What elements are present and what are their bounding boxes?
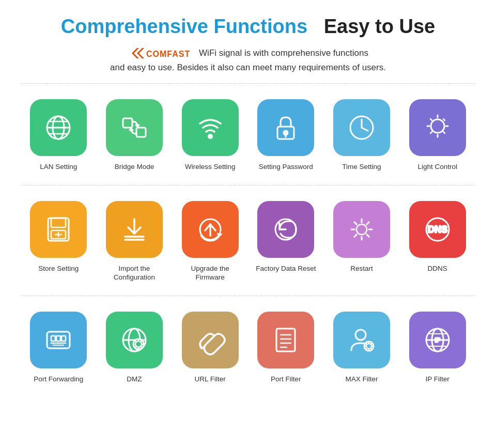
- factory-reset-label: Factory Data Reset: [256, 264, 316, 273]
- svg-marker-10: [136, 125, 139, 127]
- bridge-mode-icon-bg: [106, 99, 163, 156]
- svg-rect-8: [123, 118, 132, 128]
- svg-point-12: [208, 135, 212, 138]
- setting-password-label: Setting Password: [259, 162, 313, 172]
- svg-rect-70: [276, 329, 295, 351]
- divider-top: [21, 83, 475, 84]
- function-item-dmz: DMZ: [97, 302, 173, 391]
- svg-marker-11: [130, 129, 133, 130]
- function-item-port-filter: Port Filter: [248, 302, 324, 391]
- brand-line: COMFAST WiFi signal is with comprehensiv…: [21, 46, 475, 60]
- function-item-store-setting: Store Setting: [21, 192, 97, 289]
- function-item-wireless-setting: Wireless Setting: [172, 90, 248, 179]
- function-item-ip-filter: IP IP Filter: [399, 302, 475, 391]
- header: Comprehensive Functions Easy to Use COMF…: [21, 16, 475, 73]
- svg-line-46: [367, 222, 369, 224]
- function-item-bridge-mode: Bridge Mode: [97, 90, 173, 179]
- setting-password-icon-bg: [257, 99, 314, 156]
- functions-row-2: Store Setting Import the Configuration: [21, 192, 475, 289]
- restart-icon-bg: [333, 201, 390, 258]
- description-line2: and easy to use. Besides it also can mee…: [21, 63, 475, 73]
- svg-point-75: [355, 330, 366, 340]
- portfilter-icon: [270, 325, 301, 356]
- lan-setting-label: LAN Setting: [40, 162, 77, 172]
- time-setting-icon-bg: [333, 99, 390, 156]
- ddns-label: DDNS: [428, 264, 447, 273]
- svg-rect-29: [51, 218, 66, 227]
- upgrade-icon: [195, 214, 226, 245]
- svg-line-27: [443, 132, 445, 133]
- svg-line-25: [443, 119, 445, 120]
- restart-label: Restart: [350, 264, 373, 273]
- function-item-light-control: Light Control: [399, 90, 475, 179]
- url-filter-label: URL Filter: [195, 375, 226, 384]
- functions-row-3: Port Forwarding: [21, 302, 475, 391]
- upgrade-firmware-icon-bg: [182, 201, 239, 258]
- store-setting-icon-bg: [30, 201, 87, 258]
- function-item-import-config: Import the Configuration: [97, 192, 173, 289]
- upgrade-firmware-label: Upgrade the Firmware: [176, 264, 244, 282]
- max-filter-label: MAX Filter: [345, 375, 378, 384]
- ipglobe-icon: IP: [422, 325, 453, 356]
- svg-line-26: [430, 132, 432, 133]
- dmz-icon: [119, 325, 150, 356]
- svg-rect-50: [47, 332, 70, 348]
- svg-text:COMFAST: COMFAST: [146, 50, 190, 58]
- function-item-restart: Restart: [324, 192, 400, 289]
- title-blue: Comprehensive Functions: [61, 16, 307, 37]
- light-control-icon-bg: [409, 99, 466, 156]
- function-item-upgrade-firmware: Upgrade the Firmware: [172, 192, 248, 289]
- svg-point-19: [431, 119, 444, 133]
- svg-line-18: [362, 128, 368, 131]
- port-forwarding-label: Port Forwarding: [34, 375, 83, 384]
- wireless-setting-icon-bg: [182, 99, 239, 156]
- function-item-max-filter: MAX Filter: [324, 302, 400, 391]
- time-setting-label: Time Setting: [342, 162, 381, 172]
- bridge-icon: [119, 112, 150, 143]
- comfast-logo-svg: COMFAST: [128, 46, 195, 60]
- function-item-lan-setting: LAN Setting: [21, 90, 97, 179]
- dmz-icon-bg: [106, 312, 163, 368]
- header-title: Comprehensive Functions Easy to Use: [21, 16, 475, 38]
- svg-line-44: [354, 222, 357, 224]
- lan-setting-icon-bg: [30, 99, 87, 156]
- lock-icon: [270, 112, 301, 143]
- svg-text:IP: IP: [435, 337, 440, 343]
- svg-point-39: [357, 224, 367, 235]
- dns-icon: DNS: [422, 214, 453, 245]
- svg-rect-51: [51, 336, 55, 341]
- function-item-time-setting: Time Setting: [324, 90, 400, 179]
- divider-row2: [21, 296, 475, 296]
- svg-line-45: [367, 234, 369, 236]
- max-filter-icon-bg: [333, 312, 390, 368]
- userfilter-icon: [346, 325, 377, 356]
- divider-row1: [21, 185, 475, 186]
- globe-icon: [43, 112, 74, 143]
- svg-rect-53: [61, 336, 66, 341]
- floppy-icon: [43, 214, 74, 245]
- restart-icon: [346, 214, 377, 245]
- description-line1: WiFi signal is with comprehensive functi…: [199, 48, 368, 58]
- port-filter-label: Port Filter: [271, 375, 301, 384]
- bridge-mode-label: Bridge Mode: [115, 162, 154, 172]
- ip-filter-icon-bg: IP: [409, 312, 466, 368]
- function-item-port-forwarding: Port Forwarding: [21, 302, 97, 391]
- port-filter-icon-bg: [257, 312, 314, 368]
- wifi-icon: [195, 112, 226, 143]
- functions-row-1: LAN Setting Bridge Mode: [21, 90, 475, 179]
- history-icon: [270, 214, 301, 245]
- link-icon: [195, 325, 226, 356]
- function-item-url-filter: URL Filter: [172, 302, 248, 391]
- import-config-label: Import the Configuration: [101, 264, 168, 282]
- page-wrapper: Comprehensive Functions Easy to Use COMF…: [0, 0, 496, 413]
- import-config-icon-bg: [106, 201, 163, 258]
- wireless-setting-label: Wireless Setting: [185, 162, 236, 172]
- svg-rect-9: [136, 128, 146, 137]
- port-forwarding-icon-bg: [30, 312, 87, 368]
- bulb-icon: [422, 112, 453, 143]
- function-item-setting-password: Setting Password: [248, 90, 324, 179]
- dmz-label: DMZ: [127, 375, 142, 384]
- function-item-factory-reset: Factory Data Reset: [248, 192, 324, 289]
- clock-icon: [346, 112, 377, 143]
- store-setting-label: Store Setting: [38, 264, 79, 273]
